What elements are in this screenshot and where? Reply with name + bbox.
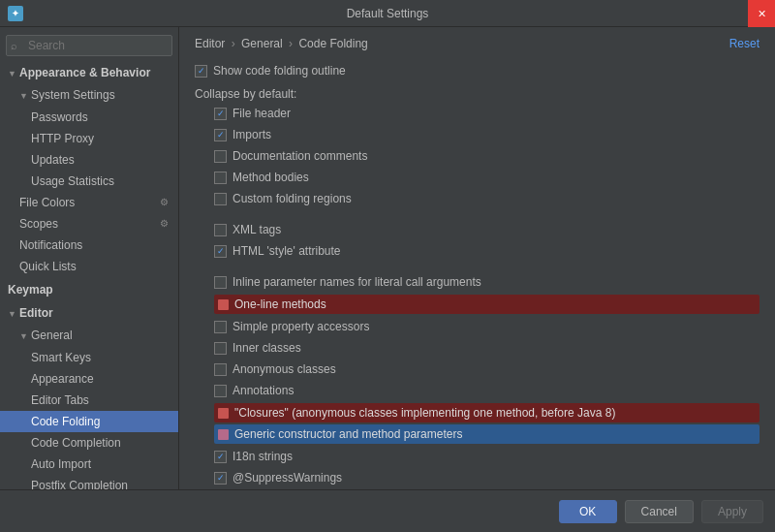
content-area: Editor › General › Code Folding Reset Sh… <box>179 27 775 489</box>
anonymous-classes-label: Anonymous classes <box>232 360 336 378</box>
search-input[interactable] <box>6 35 172 56</box>
breadcrumb: Editor › General › Code Folding <box>195 37 368 50</box>
html-style-label: HTML 'style' attribute <box>232 242 341 260</box>
collapse-by-default-label: Collapse by default: <box>195 87 760 101</box>
annotations-row[interactable]: Annotations <box>214 382 760 399</box>
ok-button[interactable]: OK <box>559 500 617 523</box>
doc-comments-label: Documentation comments <box>232 147 367 165</box>
sidebar-item-general[interactable]: ▼General <box>0 325 178 347</box>
sidebar-item-appearance-behavior[interactable]: ▼Appearance & Behavior <box>0 62 178 84</box>
custom-folding-row[interactable]: Custom folding regions <box>214 190 760 207</box>
collapse-items: File header Imports Documentation commen… <box>195 105 760 489</box>
sidebar-item-file-colors[interactable]: File Colors⚙ <box>0 192 178 213</box>
annotations-label: Annotations <box>232 382 294 399</box>
sidebar-item-postfix-completion[interactable]: Postfix Completion <box>0 475 178 489</box>
i18n-strings-row[interactable]: I18n strings <box>214 448 760 465</box>
title-bar: ✦ Default Settings ✕ <box>0 0 775 27</box>
custom-folding-checkbox[interactable] <box>214 193 227 205</box>
file-header-label: File header <box>232 105 291 122</box>
doc-comments-checkbox[interactable] <box>214 150 227 163</box>
apply-button[interactable]: Apply <box>701 500 763 523</box>
tree-arrow: ▼ <box>8 305 17 323</box>
suppress-warnings-row[interactable]: @SuppressWarnings <box>214 469 760 486</box>
anonymous-classes-checkbox[interactable] <box>214 363 227 376</box>
simple-property-checkbox[interactable] <box>214 321 227 333</box>
close-button[interactable]: ✕ <box>748 0 775 27</box>
sidebar-item-code-folding[interactable]: Code Folding <box>0 411 178 432</box>
show-code-folding-checkbox[interactable] <box>195 65 207 78</box>
breadcrumb-sep2: › <box>289 37 293 50</box>
one-line-methods-icon <box>218 299 229 310</box>
generic-constructor-label: Generic constructor and method parameter… <box>234 425 462 443</box>
sidebar: ⌕ ▼Appearance & Behavior ▼System Setting… <box>0 27 179 489</box>
inline-params-label: Inline parameter names for literal call … <box>232 273 481 291</box>
custom-folding-label: Custom folding regions <box>232 190 352 207</box>
breadcrumb-bar: Editor › General › Code Folding Reset <box>195 37 760 50</box>
bottom-bar: OK Cancel Apply <box>0 489 775 532</box>
breadcrumb-current: Code Folding <box>298 37 367 50</box>
imports-checkbox[interactable] <box>214 129 227 141</box>
search-box[interactable]: ⌕ <box>6 35 172 56</box>
method-bodies-label: Method bodies <box>232 169 309 186</box>
imports-row[interactable]: Imports <box>214 126 760 143</box>
inner-classes-row[interactable]: Inner classes <box>214 339 760 357</box>
sidebar-item-updates[interactable]: Updates <box>0 149 178 171</box>
method-bodies-row[interactable]: Method bodies <box>214 169 760 186</box>
anonymous-classes-row[interactable]: Anonymous classes <box>214 360 760 378</box>
sidebar-item-scopes[interactable]: Scopes⚙ <box>0 213 178 235</box>
suppress-warnings-checkbox[interactable] <box>214 472 227 485</box>
generic-constructor-row[interactable]: Generic constructor and method parameter… <box>214 424 760 444</box>
html-style-checkbox[interactable] <box>214 245 227 258</box>
sidebar-item-editor-tabs[interactable]: Editor Tabs <box>0 390 178 411</box>
xml-tags-label: XML tags <box>232 221 281 238</box>
html-style-row[interactable]: HTML 'style' attribute <box>214 242 760 260</box>
i18n-strings-checkbox[interactable] <box>214 451 227 463</box>
doc-comments-row[interactable]: Documentation comments <box>214 147 760 165</box>
inner-classes-checkbox[interactable] <box>214 342 227 355</box>
simple-property-row[interactable]: Simple property accessors <box>214 318 760 335</box>
sidebar-item-http-proxy[interactable]: HTTP Proxy <box>0 128 178 149</box>
closures-row[interactable]: "Closures" (anonymous classes implementi… <box>214 403 760 422</box>
file-header-checkbox[interactable] <box>214 108 227 120</box>
xml-tags-checkbox[interactable] <box>214 224 227 236</box>
generic-constructor-icon <box>218 429 229 440</box>
inner-classes-label: Inner classes <box>232 339 301 357</box>
tree-arrow: ▼ <box>8 65 17 82</box>
tree-arrow: ▼ <box>19 328 29 345</box>
reset-link[interactable]: Reset <box>729 37 760 50</box>
one-line-methods-row[interactable]: One-line methods <box>214 295 760 314</box>
sidebar-item-appearance[interactable]: Appearance <box>0 368 178 390</box>
sidebar-item-smart-keys[interactable]: Smart Keys <box>0 347 178 368</box>
annotations-checkbox[interactable] <box>214 385 227 397</box>
suppress-warnings-label: @SuppressWarnings <box>232 469 342 486</box>
sidebar-item-keymap[interactable]: Keymap <box>0 279 178 300</box>
sidebar-item-notifications[interactable]: Notifications <box>0 235 178 256</box>
file-header-row[interactable]: File header <box>214 105 760 122</box>
sidebar-item-editor[interactable]: ▼Editor <box>0 302 178 325</box>
show-code-folding-row[interactable]: Show code folding outline <box>195 62 760 79</box>
sidebar-item-auto-import[interactable]: Auto Import <box>0 454 178 475</box>
main-layout: ⌕ ▼Appearance & Behavior ▼System Setting… <box>0 27 775 489</box>
search-icon: ⌕ <box>11 40 17 51</box>
sidebar-item-quick-lists[interactable]: Quick Lists <box>0 256 178 277</box>
cancel-button[interactable]: Cancel <box>625 500 694 523</box>
sidebar-item-system-settings[interactable]: ▼System Settings <box>0 84 178 107</box>
inline-params-checkbox[interactable] <box>214 276 227 289</box>
method-bodies-checkbox[interactable] <box>214 172 227 184</box>
tree-arrow: ▼ <box>19 87 29 105</box>
window-title: Default Settings <box>347 7 429 20</box>
one-line-methods-label: One-line methods <box>234 296 326 313</box>
app-icon: ✦ <box>8 6 23 21</box>
xml-tags-row[interactable]: XML tags <box>214 221 760 238</box>
closures-icon <box>218 408 229 419</box>
sidebar-item-passwords[interactable]: Passwords <box>0 107 178 128</box>
closures-label: "Closures" (anonymous classes implementi… <box>234 404 615 422</box>
sidebar-item-code-completion[interactable]: Code Completion <box>0 432 178 454</box>
imports-label: Imports <box>232 126 271 143</box>
show-code-folding-label: Show code folding outline <box>213 62 346 79</box>
i18n-strings-label: I18n strings <box>232 448 293 465</box>
simple-property-label: Simple property accessors <box>232 318 369 335</box>
sidebar-item-usage-statistics[interactable]: Usage Statistics <box>0 171 178 192</box>
breadcrumb-sep: › <box>232 37 235 50</box>
inline-params-row[interactable]: Inline parameter names for literal call … <box>214 273 760 291</box>
